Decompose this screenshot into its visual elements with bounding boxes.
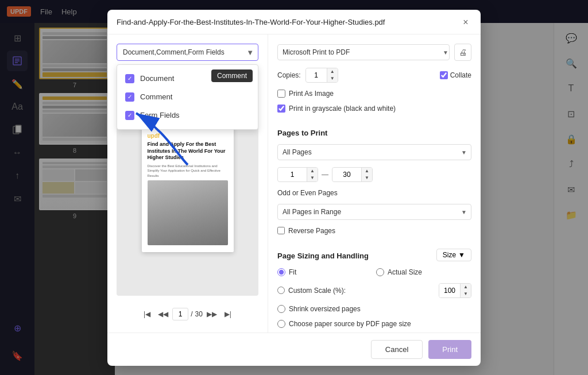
- copies-spin: ▲ ▼: [327, 68, 338, 82]
- copies-input[interactable]: [306, 69, 327, 82]
- odd-even-dropdown[interactable]: All Pages in Range Odd Pages Only Even P…: [277, 204, 471, 220]
- radio-custom[interactable]: [277, 287, 285, 294]
- print-button[interactable]: Print: [428, 340, 471, 359]
- page-next-btn[interactable]: ▶▶: [205, 307, 219, 321]
- odd-even-select-wrap: All Pages in Range Odd Pages Only Even P…: [277, 204, 471, 220]
- formfields-label: Form Fields: [140, 111, 180, 119]
- copies-input-wrap: ▲ ▼: [305, 68, 338, 83]
- radio-shrink-row: Shrink oversized pages: [277, 305, 471, 313]
- range-to-spin: ▲ ▼: [361, 168, 372, 181]
- radio-shrink[interactable]: [277, 305, 285, 313]
- preview-page: updf Find and Apply For the Best Institu…: [142, 126, 234, 252]
- print-grayscale-checkbox[interactable]: [277, 105, 285, 113]
- size-btn-arrow: ▼: [458, 251, 465, 259]
- comment-label: Comment: [140, 92, 172, 101]
- preview-subtext: Discover the Best Educational Institutio…: [148, 164, 228, 178]
- range-from-spin: ▲ ▼: [307, 168, 318, 181]
- formfields-checkbox[interactable]: ✓: [125, 111, 134, 120]
- print-as-image-label: Print As Image: [289, 90, 334, 98]
- range-from-input[interactable]: [278, 168, 307, 181]
- scale-input[interactable]: [439, 284, 460, 297]
- range-dash: —: [322, 171, 328, 179]
- radio-fit[interactable]: [277, 268, 285, 276]
- page-number-input[interactable]: [172, 308, 188, 320]
- scale-spin: ▲ ▼: [460, 284, 471, 297]
- radio-fit-row: Fit: [277, 268, 373, 276]
- dialog-title: Find-and-Apply-For-the-Best-Institutes-I…: [117, 18, 460, 26]
- page-total: 30: [195, 310, 202, 318]
- collate-wrap: Collate: [440, 71, 471, 79]
- copies-up-btn[interactable]: ▲: [327, 68, 338, 75]
- preview-image-overlay: [148, 180, 228, 245]
- print-grayscale-row: Print in grayscale (black and white): [277, 105, 471, 113]
- range-to-down[interactable]: ▼: [362, 175, 372, 181]
- sizing-heading-row: Page Sizing and Handling Size ▼: [277, 249, 471, 261]
- content-type-dropdown-container: Document,Comment,Form Fields ▼ ✓ Documen…: [117, 44, 258, 61]
- radio-fit-label: Fit: [289, 268, 296, 276]
- pagination: |◀ ◀◀ / 30 ▶▶ ▶|: [117, 303, 258, 323]
- copies-label: Copies:: [277, 71, 301, 79]
- scale-up-btn[interactable]: ▲: [461, 284, 471, 291]
- printer-row-wrapper: Microsoft Print to PDF ▼ 🖨: [277, 44, 471, 61]
- radio-actual-row: Actual Size: [376, 268, 471, 276]
- pages-to-print-heading: Pages to Print: [277, 129, 471, 137]
- page-last-btn[interactable]: ▶|: [221, 307, 235, 321]
- copies-row: Copies: ▲ ▼ Collate: [277, 68, 471, 83]
- radio-shrink-label: Shrink oversized pages: [289, 305, 361, 313]
- reverse-pages-checkbox[interactable]: [277, 227, 285, 234]
- content-type-dropdown[interactable]: Document,Comment,Form Fields: [117, 44, 258, 61]
- radio-paper[interactable]: [277, 320, 285, 328]
- range-to-up[interactable]: ▲: [362, 168, 372, 175]
- reverse-pages-label: Reverse Pages: [288, 227, 335, 235]
- copies-down-btn[interactable]: ▼: [327, 75, 338, 82]
- odd-even-label: Odd or Even Pages: [277, 189, 471, 197]
- scale-input-wrap: ▲ ▼: [439, 283, 471, 298]
- preview-logo: updf: [148, 133, 228, 139]
- printer-row: Microsoft Print to PDF ▼ 🖨: [277, 44, 471, 61]
- radio-paper-row: Choose paper source by PDF page size: [277, 320, 471, 328]
- page-sizing-heading: Page Sizing and Handling: [277, 252, 369, 260]
- collate-label: Collate: [450, 71, 471, 79]
- sizing-radio-grid: Fit Actual Size: [277, 268, 471, 276]
- preview-image: [148, 180, 228, 245]
- radio-actual-label: Actual Size: [388, 268, 422, 276]
- pages-dropdown[interactable]: All Pages Custom Range: [277, 144, 471, 160]
- comment-checkbox[interactable]: ✓: [125, 92, 134, 102]
- range-to-wrap: ▲ ▼: [332, 167, 373, 182]
- modal-overlay: Find-and-Apply-For-the-Best-Institutes-I…: [0, 0, 588, 375]
- range-from-up[interactable]: ▲: [307, 168, 318, 175]
- popup-item-comment[interactable]: ✓ Comment: [117, 88, 258, 106]
- size-btn-label: Size: [443, 251, 456, 259]
- collate-checkbox[interactable]: [440, 71, 448, 79]
- dialog-left-panel: Document,Comment,Form Fields ▼ ✓ Documen…: [107, 34, 268, 333]
- print-dialog: Find-and-Apply-For-the-Best-Institutes-I…: [107, 10, 481, 366]
- dialog-footer: Cancel Print: [107, 333, 481, 366]
- range-from-down[interactable]: ▼: [307, 175, 318, 181]
- document-label: Document: [140, 74, 174, 83]
- page-prev-btn[interactable]: ◀◀: [156, 307, 170, 321]
- size-btn[interactable]: Size ▼: [436, 249, 471, 261]
- page-first-btn[interactable]: |◀: [140, 307, 154, 321]
- radio-actual[interactable]: [376, 268, 384, 276]
- comment-tooltip: Comment: [211, 69, 253, 82]
- print-as-image-row: Print As Image: [277, 90, 471, 98]
- document-checkbox[interactable]: ✓: [125, 74, 134, 83]
- printer-settings-btn[interactable]: 🖨: [454, 44, 471, 61]
- pages-select-wrap: All Pages Custom Range ▼: [277, 144, 471, 160]
- range-to-input[interactable]: [332, 168, 361, 181]
- cancel-button[interactable]: Cancel: [371, 340, 423, 359]
- radio-paper-label: Choose paper source by PDF page size: [289, 320, 411, 328]
- popup-item-formfields[interactable]: ✓ Form Fields: [117, 106, 258, 125]
- range-row: ▲ ▼ — ▲ ▼: [277, 167, 471, 182]
- radio-custom-label: Custom Scale (%):: [288, 287, 346, 295]
- print-grayscale-label: Print in grayscale (black and white): [289, 105, 396, 113]
- dialog-body: Document,Comment,Form Fields ▼ ✓ Documen…: [107, 34, 481, 333]
- print-as-image-checkbox[interactable]: [277, 90, 285, 98]
- page-separator: /: [191, 310, 192, 318]
- printer-select[interactable]: Microsoft Print to PDF: [277, 44, 450, 60]
- page-current: / 30: [172, 308, 203, 320]
- close-button[interactable]: ×: [460, 17, 471, 28]
- dialog-titlebar: Find-and-Apply-For-the-Best-Institutes-I…: [107, 10, 481, 34]
- dialog-right-panel: Microsoft Print to PDF ▼ 🖨 Copies: ▲ ▼: [268, 34, 481, 333]
- scale-down-btn[interactable]: ▼: [461, 291, 471, 297]
